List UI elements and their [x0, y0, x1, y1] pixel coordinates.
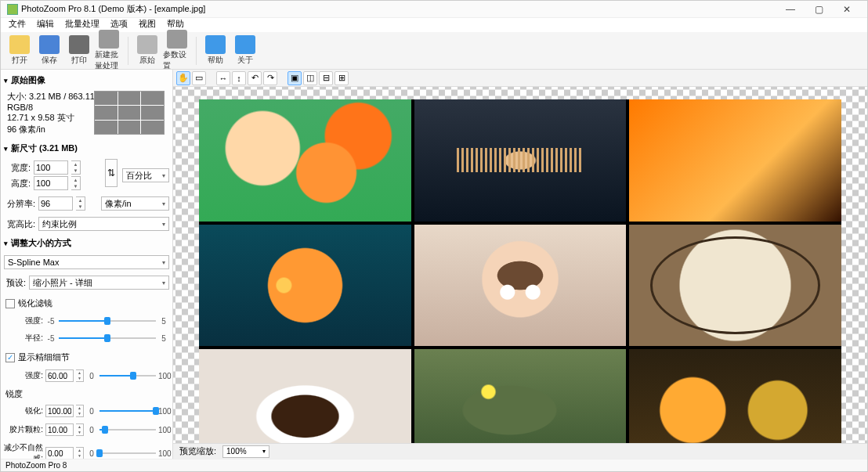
- toolbar-label: 打开: [12, 55, 27, 66]
- checkbox-icon[interactable]: ✓: [5, 353, 15, 362]
- view-toolbar: ✋ ▭ ↔ ↕ ↶ ↷ ▣ ◫ ⊟ ⊞: [173, 70, 867, 87]
- batch-icon: [99, 30, 119, 49]
- slider-label: 半径:: [4, 333, 43, 344]
- nav-hand-icon[interactable]: ✋: [176, 71, 190, 85]
- params-button[interactable]: 参数设置: [163, 30, 191, 71]
- window-title: PhotoZoom Pro 8.1 (Demo 版本) - [example.j…: [21, 3, 205, 15]
- res-label: 分辨率:: [4, 198, 35, 210]
- height-input[interactable]: [34, 176, 68, 190]
- rotate-cw-icon[interactable]: ↷: [263, 71, 277, 85]
- view-split-v-icon[interactable]: ⊟: [319, 71, 333, 85]
- slider-spin[interactable]: ▲▼: [76, 369, 84, 382]
- about-icon: [235, 35, 255, 54]
- open-button[interactable]: 打开: [5, 35, 34, 66]
- height-label: 高度:: [4, 178, 31, 189]
- slider-spin[interactable]: ▲▼: [76, 405, 84, 417]
- slider-label: 减少不自然感:: [4, 442, 43, 459]
- save-button[interactable]: 保存: [35, 35, 63, 66]
- aspect-lock-icon[interactable]: ⇅: [105, 159, 118, 187]
- slider-spin[interactable]: ▲▼: [76, 447, 84, 459]
- toolbar-label: 打印: [71, 55, 87, 66]
- section-newsize[interactable]: 新尺寸 (3.21 MB): [4, 141, 169, 156]
- maximize-button[interactable]: ▢: [805, 4, 833, 15]
- sharpen-check[interactable]: 锐化滤镜: [5, 297, 169, 309]
- statusbar: 预览缩放: 100%: [173, 443, 867, 459]
- menu-file[interactable]: 文件: [9, 18, 26, 32]
- batch-button[interactable]: 新建批量处理: [95, 30, 123, 71]
- menubar: 文件 编辑 批量处理 选项 视图 帮助: [1, 18, 867, 32]
- slider-value[interactable]: [45, 405, 74, 417]
- menu-edit[interactable]: 编辑: [37, 18, 54, 32]
- toolbar-label: 帮助: [208, 55, 223, 66]
- flip-v-icon[interactable]: ↕: [232, 71, 246, 85]
- toolbar-label: 保存: [42, 55, 57, 66]
- slider-track[interactable]: [59, 333, 156, 344]
- main-toolbar: 打开保存打印新建批量处理原始参数设置帮助关于: [1, 32, 867, 70]
- params-icon: [167, 30, 187, 49]
- slider-label: 胶片颗粒:: [4, 424, 43, 435]
- left-panel: 原始图像 大小: 3.21 MB / 863.11 KB RGB/8 12.71…: [1, 70, 173, 459]
- width-spin[interactable]: ▲▼: [71, 160, 81, 175]
- print-button[interactable]: 打印: [65, 35, 93, 66]
- open-icon: [9, 35, 30, 54]
- detail-check[interactable]: ✓ 显示精细细节: [5, 351, 169, 363]
- checkbox-icon[interactable]: [5, 299, 15, 308]
- res-input[interactable]: [38, 196, 73, 211]
- app-icon: [7, 4, 18, 15]
- section-resize-method[interactable]: 调整大小的方式: [4, 236, 169, 250]
- print-icon: [69, 35, 89, 54]
- slider-label: 强度:: [4, 370, 43, 381]
- aspect-combo[interactable]: 约束比例: [38, 217, 169, 231]
- aspect-label: 宽高比:: [4, 218, 35, 230]
- size-unit-combo[interactable]: 百分比: [122, 168, 169, 182]
- thumbnail[interactable]: [94, 91, 165, 135]
- slider-track[interactable]: [99, 424, 156, 435]
- slider-track[interactable]: [99, 448, 156, 459]
- slider-track[interactable]: [59, 315, 156, 326]
- zoom-label: 预览缩放:: [179, 445, 216, 457]
- titlebar: PhotoZoom Pro 8.1 (Demo 版本) - [example.j…: [1, 1, 867, 18]
- preset-label: 预设:: [4, 277, 26, 289]
- footer: PhotoZoom Pro 8: [1, 459, 867, 471]
- slider-track[interactable]: [99, 405, 156, 416]
- close-button[interactable]: ✕: [833, 4, 861, 15]
- width-label: 宽度:: [4, 162, 31, 174]
- method-combo[interactable]: S-Spline Max: [4, 255, 169, 269]
- res-unit-combo[interactable]: 像素/in: [101, 196, 169, 211]
- view-quad-icon[interactable]: ⊞: [335, 71, 349, 85]
- width-input[interactable]: [34, 160, 68, 175]
- res-spin[interactable]: ▲▼: [76, 196, 85, 211]
- toolbar-label: 参数设置: [163, 49, 191, 71]
- nav-rect-icon[interactable]: ▭: [192, 71, 206, 85]
- toolbar-label: 新建批量处理: [95, 49, 123, 71]
- zoom-combo[interactable]: 100%: [222, 445, 269, 458]
- slider-value[interactable]: [45, 369, 74, 382]
- minimize-button[interactable]: —: [776, 4, 805, 15]
- toolbar-label: 关于: [237, 55, 253, 66]
- menu-view[interactable]: 视图: [139, 18, 156, 32]
- example-image: [199, 99, 841, 443]
- section-original[interactable]: 原始图像: [4, 73, 169, 88]
- save-icon: [39, 35, 60, 54]
- slider-value[interactable]: [45, 423, 74, 436]
- preset-combo[interactable]: 缩小照片 - 详细: [29, 276, 169, 290]
- help-icon: [205, 35, 226, 54]
- slider-label: 强度:: [4, 315, 43, 326]
- slider-track[interactable]: [99, 370, 156, 381]
- height-spin[interactable]: ▲▼: [71, 176, 81, 190]
- orig-button[interactable]: 原始: [133, 35, 161, 66]
- view-split-h-icon[interactable]: ◫: [303, 71, 317, 85]
- view-single-icon[interactable]: ▣: [288, 71, 302, 85]
- slider-spin[interactable]: ▲▼: [76, 423, 84, 436]
- about-button[interactable]: 关于: [231, 35, 259, 66]
- slider-label: 锐化:: [4, 405, 43, 416]
- flip-h-icon[interactable]: ↔: [216, 71, 230, 85]
- help-button[interactable]: 帮助: [201, 35, 230, 66]
- slider-value[interactable]: [45, 447, 74, 459]
- toolbar-label: 原始: [139, 55, 155, 66]
- sharpen-subheader: 锐度: [4, 387, 169, 400]
- rotate-ccw-icon[interactable]: ↶: [248, 71, 262, 85]
- preview-viewport[interactable]: [173, 87, 867, 443]
- orig-icon: [137, 35, 157, 54]
